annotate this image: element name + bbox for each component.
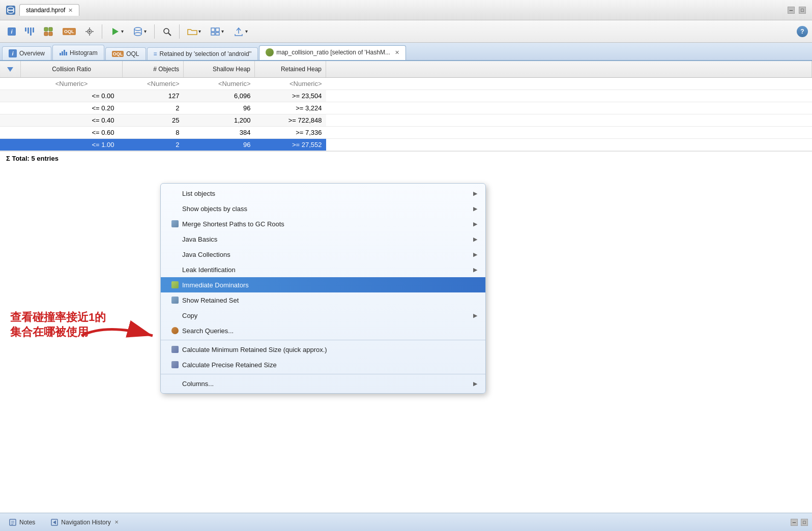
tab-overview[interactable]: i Overview <box>2 46 51 60</box>
file-tab[interactable]: standard.hprof ✕ <box>19 4 79 16</box>
row4-sort <box>0 127 21 139</box>
java-basics-icon <box>171 235 179 243</box>
toolbar-separator-1 <box>102 24 102 39</box>
oql-button[interactable]: OQL <box>59 26 79 37</box>
bottom-tab-nav[interactable]: Navigation History ✕ <box>46 516 123 528</box>
grid-button[interactable]: ▾ <box>207 25 227 38</box>
menu-item-leak-identification[interactable]: Leak Identification ▶ <box>161 262 485 277</box>
menu-item-list-objects[interactable]: List objects ▶ <box>161 186 485 201</box>
menu-item-immediate-dominators[interactable]: Immediate Dominators <box>161 277 485 292</box>
placeholder-col4: <Numeric> <box>255 78 326 90</box>
java-collections-icon <box>171 250 179 258</box>
menu-item-java-collections[interactable]: Java Collections ▶ <box>161 247 485 262</box>
columns-chevron: ▶ <box>473 380 477 387</box>
search-icon <box>162 27 171 36</box>
svg-rect-5 <box>49 27 52 31</box>
table-row[interactable]: <= 0.40 25 1,200 >= 722,848 <box>0 114 812 127</box>
row3-shallow: 1,200 <box>184 114 255 127</box>
menu-item-show-retained-set[interactable]: Show Retained Set <box>161 292 485 308</box>
col-retained-heap-header[interactable]: Retained Heap <box>255 61 326 78</box>
menu-item-columns[interactable]: Columns... ▶ <box>161 376 485 391</box>
bottom-maximize-button[interactable]: □ <box>801 519 808 526</box>
row2-shallow: 96 <box>184 102 255 114</box>
copy-icon <box>171 311 179 319</box>
table-row[interactable]: <= 0.00 127 6,096 >= 23,504 <box>0 90 812 102</box>
toolbar-separator-2 <box>154 24 155 39</box>
svg-rect-24 <box>216 33 219 35</box>
table-row-selected[interactable]: <= 1.00 2 96 >= 27,552 <box>0 139 812 151</box>
copy-chevron: ▶ <box>473 312 477 319</box>
row4-shallow: 384 <box>184 127 255 139</box>
svg-marker-30 <box>7 67 13 72</box>
tab-oql-label: OQL <box>126 50 139 57</box>
svg-rect-27 <box>62 51 63 55</box>
bottom-minimize-button[interactable]: ─ <box>791 519 798 526</box>
table-row[interactable]: <= 0.60 8 384 >= 7,336 <box>0 127 812 139</box>
svg-rect-23 <box>211 33 215 35</box>
file-tab-close[interactable]: ✕ <box>68 7 73 14</box>
row2-ratio: <= 0.20 <box>21 102 123 114</box>
menu-separator-1 <box>161 340 485 340</box>
svg-point-18 <box>134 33 141 36</box>
col-shallow-heap-header[interactable]: Shallow Heap <box>184 61 255 78</box>
settings-button[interactable] <box>81 25 98 38</box>
menu-item-search-queries[interactable]: Search Queries... <box>161 323 485 338</box>
columns-icon <box>171 379 179 388</box>
table-row[interactable]: <= 0.20 2 96 >= 3,224 <box>0 102 812 114</box>
map-collision-tab-icon <box>266 48 274 56</box>
menu-item-calc-min[interactable]: Calculate Minimum Retained Size (quick a… <box>161 342 485 357</box>
calc-precise-icon <box>171 361 179 369</box>
col-empty-header <box>326 61 812 78</box>
folder-button[interactable]: ▾ <box>184 25 205 38</box>
tab-oql[interactable]: OQL OQL <box>105 47 146 60</box>
histogram-toolbar-button[interactable] <box>21 25 38 38</box>
svg-marker-14 <box>112 28 119 35</box>
col-collision-ratio-header[interactable]: Collision Ratio <box>21 61 123 78</box>
red-arrow-annotation <box>76 320 158 352</box>
overview-icon: i <box>9 49 17 57</box>
menu-item-show-objects[interactable]: Show objects by class ▶ <box>161 201 485 216</box>
menu-item-merge-shortest[interactable]: Merge Shortest Paths to GC Roots ▶ <box>161 216 485 231</box>
list-objects-chevron: ▶ <box>473 190 477 197</box>
tab-map-collision[interactable]: map_collision_ratio [selection of 'HashM… <box>259 45 406 60</box>
minimize-button[interactable]: ─ <box>788 7 795 14</box>
tab-retained[interactable]: ≡ Retained by 'selection of 'android'' <box>147 47 258 60</box>
menu-item-calc-precise[interactable]: Calculate Precise Retained Size <box>161 357 485 372</box>
sort-icon[interactable] <box>4 63 16 75</box>
row2-retained: >= 3,224 <box>255 102 326 114</box>
row1-shallow: 6,096 <box>184 90 255 102</box>
search-button[interactable] <box>159 25 175 38</box>
run-button[interactable]: ▾ <box>106 24 127 39</box>
row1-retained: >= 23,504 <box>255 90 326 102</box>
bottom-tab-notes[interactable]: Notes <box>4 516 40 528</box>
help-button[interactable]: ? <box>797 26 808 37</box>
export-button[interactable]: ▾ <box>229 25 251 38</box>
row1-objects: 127 <box>123 90 184 102</box>
svg-rect-29 <box>66 52 67 55</box>
histogram-tab-icon <box>59 48 67 57</box>
svg-point-3 <box>8 10 14 13</box>
svg-rect-4 <box>44 27 48 31</box>
maximize-button[interactable]: □ <box>799 7 806 14</box>
db-button[interactable]: ▾ <box>129 24 150 39</box>
row5-ratio: <= 1.00 <box>21 139 123 151</box>
tab-histogram[interactable]: Histogram <box>52 45 104 60</box>
placeholder-col1: <Numeric> <box>21 78 123 90</box>
info-icon: i <box>8 27 16 36</box>
placeholder-sort <box>0 78 21 90</box>
map-collision-tab-close[interactable]: ✕ <box>395 49 399 56</box>
placeholder-col2: <Numeric> <box>123 78 184 90</box>
run-icon <box>110 26 120 37</box>
file-tab-label: standard.hprof <box>26 7 65 14</box>
folder-icon <box>187 27 197 36</box>
menu-item-copy[interactable]: Copy ▶ <box>161 308 485 323</box>
nav-history-icon <box>50 518 59 526</box>
classes-button[interactable] <box>40 24 57 39</box>
notes-icon <box>9 518 17 526</box>
svg-point-15 <box>134 27 141 31</box>
row5-shallow: 96 <box>184 139 255 151</box>
menu-item-java-basics[interactable]: Java Basics ▶ <box>161 231 485 247</box>
col-objects-header[interactable]: # Objects <box>123 61 184 78</box>
info-button[interactable]: i <box>4 25 19 38</box>
nav-history-close[interactable]: ✕ <box>114 519 119 525</box>
